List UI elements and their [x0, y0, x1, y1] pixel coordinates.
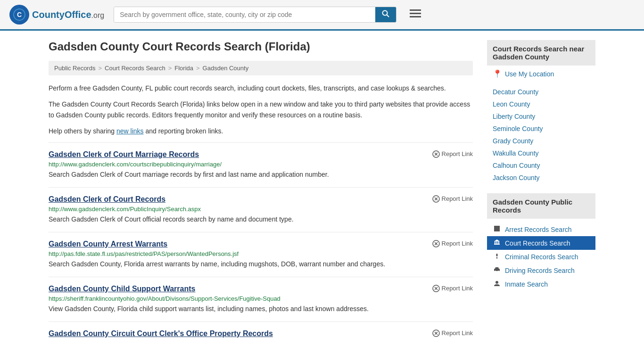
public-record-4[interactable]: Inmate Search — [487, 277, 595, 291]
sidebar: Court Records Search near Gadsden County… — [487, 40, 595, 347]
public-records-list: Arrest Records Search Court Records Sear… — [487, 219, 595, 295]
public-record-icon-4 — [493, 280, 501, 288]
svg-rect-30 — [494, 269, 500, 271]
public-record-icon-3 — [493, 266, 501, 274]
svg-rect-26 — [498, 241, 499, 244]
public-record-3[interactable]: Driving Records Search — [487, 263, 595, 277]
logo-text: CountyOffice.org — [32, 9, 104, 20]
record-item: Gadsden Clerk of Court Records Report Li… — [49, 187, 473, 232]
nearby-counties-list: Decatur CountyLeon CountyLiberty CountyS… — [487, 82, 595, 188]
public-record-icon-2 — [493, 253, 501, 261]
svg-rect-24 — [495, 241, 495, 244]
nearby-county-0[interactable]: Decatur County — [487, 86, 595, 98]
svg-point-32 — [495, 271, 496, 272]
report-link-0[interactable]: Report Link — [432, 150, 473, 158]
nearby-county-3[interactable]: Seminole County — [487, 123, 595, 135]
main-container: Gadsden County Court Records Search (Flo… — [39, 31, 605, 357]
svg-rect-5 — [410, 13, 421, 14]
header: C CountyOffice.org — [0, 0, 644, 31]
svg-point-2 — [383, 11, 388, 16]
nearby-county-7[interactable]: Jackson County — [487, 172, 595, 184]
svg-line-3 — [387, 15, 389, 17]
location-icon: 📍 — [493, 69, 502, 78]
svg-rect-29 — [496, 254, 498, 256]
record-desc-0: Search Gadsden Clerk of Court marriage r… — [49, 170, 473, 180]
svg-marker-27 — [494, 239, 500, 241]
svg-rect-23 — [494, 244, 500, 245]
public-record-1[interactable]: Court Records Search — [487, 236, 595, 250]
record-title-1[interactable]: Gadsden Clerk of Court Records — [49, 195, 165, 204]
nearby-county-4[interactable]: Grady County — [487, 135, 595, 147]
desc-2: The Gadsden County Court Records Search … — [49, 99, 473, 120]
public-records-header: Gadsden County Public Records — [487, 193, 595, 219]
search-button[interactable] — [375, 7, 396, 22]
record-item: Gadsden County Circuit Court Clerk's Off… — [49, 321, 473, 347]
svg-point-28 — [496, 257, 498, 259]
svg-marker-31 — [495, 267, 499, 269]
record-title-0[interactable]: Gadsden Clerk of Court Marriage Records — [49, 150, 199, 159]
page-title: Gadsden County Court Records Search (Flo… — [49, 40, 473, 53]
search-bar — [114, 7, 396, 23]
breadcrumb-current: Gadsden County — [203, 65, 249, 72]
public-record-0[interactable]: Arrest Records Search — [487, 222, 595, 236]
nearby-county-2[interactable]: Liberty County — [487, 110, 595, 123]
nearby-header: Court Records Search near Gadsden County — [487, 40, 595, 66]
search-input[interactable] — [114, 7, 375, 22]
record-header: Gadsden Clerk of Court Records Report Li… — [49, 195, 473, 204]
breadcrumb-sep-1: > — [98, 65, 102, 72]
record-title-2[interactable]: Gadsden County Arrest Warrants — [49, 240, 167, 248]
report-link-4[interactable]: Report Link — [432, 329, 473, 337]
record-desc-3: View Gadsden County, Florida child suppo… — [49, 304, 473, 314]
report-link-3[interactable]: Report Link — [432, 285, 473, 292]
record-title-3[interactable]: Gadsden County Child Support Warrants — [49, 285, 195, 293]
svg-point-33 — [498, 271, 499, 272]
record-header: Gadsden County Arrest Warrants Report Li… — [49, 240, 473, 248]
use-location-link[interactable]: Use My Location — [505, 70, 554, 78]
new-links-link[interactable]: new links — [116, 127, 144, 135]
breadcrumb-sep-3: > — [196, 65, 200, 72]
record-item: Gadsden County Arrest Warrants Report Li… — [49, 232, 473, 277]
svg-text:C: C — [17, 11, 22, 18]
menu-button[interactable] — [406, 8, 425, 22]
nearby-county-1[interactable]: Leon County — [487, 98, 595, 110]
breadcrumb: Public Records > Court Records Search > … — [49, 61, 473, 75]
breadcrumb-court-records[interactable]: Court Records Search — [105, 65, 165, 72]
record-item: Gadsden Clerk of Court Marriage Records … — [49, 142, 473, 187]
nearby-county-5[interactable]: Wakulla County — [487, 147, 595, 159]
logo[interactable]: C CountyOffice.org — [9, 5, 104, 25]
record-header: Gadsden Clerk of Court Marriage Records … — [49, 150, 473, 159]
record-header: Gadsden County Child Support Warrants Re… — [49, 285, 473, 293]
public-record-icon-0 — [493, 225, 501, 233]
desc-1: Perform a free Gadsden County, FL public… — [49, 83, 473, 93]
record-item: Gadsden County Child Support Warrants Re… — [49, 277, 473, 321]
record-header: Gadsden County Circuit Court Clerk's Off… — [49, 329, 473, 338]
svg-rect-4 — [410, 9, 421, 11]
svg-point-34 — [495, 281, 498, 284]
record-url-2[interactable]: http://pas.fdle.state.fl.us/pas/restrict… — [49, 250, 473, 257]
desc-3: Help others by sharing new links and rep… — [49, 126, 473, 136]
record-title-4[interactable]: Gadsden County Circuit Court Clerk's Off… — [49, 329, 273, 338]
nearby-county-6[interactable]: Calhoun County — [487, 159, 595, 172]
record-desc-1: Search Gadsden Clerk of Court official r… — [49, 214, 473, 224]
breadcrumb-public-records[interactable]: Public Records — [54, 65, 95, 72]
breadcrumb-florida[interactable]: Florida — [174, 65, 193, 72]
record-desc-2: Search Gadsden County, Florida arrest wa… — [49, 259, 473, 269]
report-link-1[interactable]: Report Link — [432, 195, 473, 203]
svg-rect-25 — [496, 241, 497, 244]
record-url-3[interactable]: https://sheriff.franklincountyohio.gov/A… — [49, 295, 473, 302]
record-url-0[interactable]: http://www.gadsdenclerk.com/courtscribep… — [49, 161, 473, 168]
svg-rect-6 — [410, 16, 421, 17]
record-url-1[interactable]: http://www.gadsdenclerk.com/PublicInquir… — [49, 206, 473, 213]
report-link-2[interactable]: Report Link — [432, 240, 473, 247]
records-list: Gadsden Clerk of Court Marriage Records … — [49, 142, 473, 347]
svg-rect-22 — [494, 226, 500, 231]
content-area: Gadsden County Court Records Search (Flo… — [49, 40, 473, 347]
use-location[interactable]: 📍 Use My Location — [487, 66, 595, 82]
public-record-2[interactable]: Criminal Records Search — [487, 250, 595, 263]
public-record-icon-1 — [493, 239, 501, 247]
breadcrumb-sep-2: > — [168, 65, 172, 72]
logo-icon: C — [9, 5, 29, 25]
